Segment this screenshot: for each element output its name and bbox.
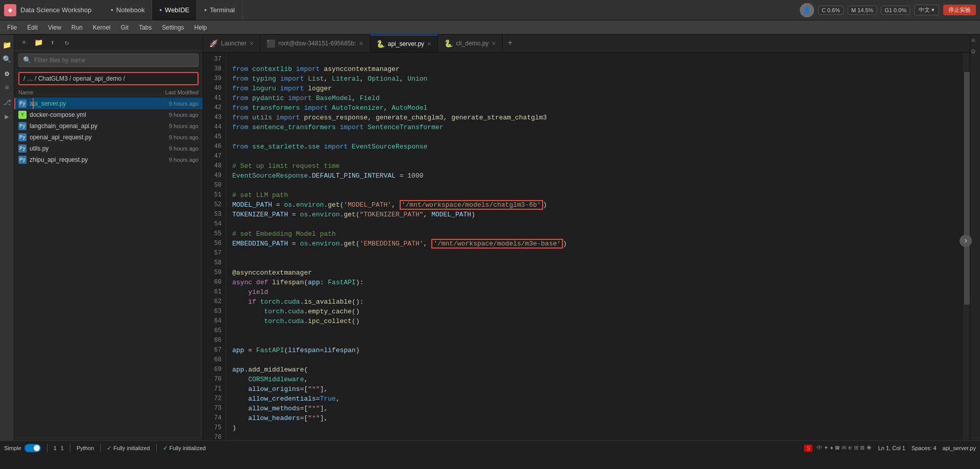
file-name-langchain: langchain_openai_api.py xyxy=(30,122,148,130)
menu-edit[interactable]: Edit xyxy=(22,20,43,34)
code-line-38: from contextlib import asynccontextmanag… xyxy=(232,64,964,74)
code-line-40: from loguru import logger xyxy=(232,84,964,93)
tab-cli-demo-label: cli_demo.py xyxy=(456,40,488,47)
code-line-62: if torch.cuda.is_available(): xyxy=(232,297,964,307)
helper-button[interactable]: › xyxy=(960,235,972,247)
activity-search[interactable]: 🔍 xyxy=(1,53,13,65)
file-date-api-server: 9 hours ago xyxy=(148,101,199,107)
code-line-69: app.add_middleware( xyxy=(232,365,964,375)
separator-3 xyxy=(100,444,101,452)
file-item-api-server[interactable]: Py api_server.py 9 hours ago xyxy=(14,98,203,109)
code-line-39: from typing import List, Literal, Option… xyxy=(232,74,964,84)
bottom-toolbar: Simple 1 1 Python ✓ Fully initialized ✓ … xyxy=(0,440,980,455)
code-line-63: torch.cuda.empty_cache() xyxy=(232,307,964,316)
code-line-42: from transformers import AutoTokenizer, … xyxy=(232,103,964,113)
code-line-76 xyxy=(232,433,964,440)
code-content[interactable]: from contextlib import asynccontextmanag… xyxy=(226,53,964,440)
code-line-51: # set LLM path xyxy=(232,190,964,200)
code-line-57 xyxy=(232,249,964,258)
code-line-44: from sentence_transformers import Senten… xyxy=(232,122,964,132)
tab-notebook[interactable]: ▪ Notebook xyxy=(104,0,152,20)
search-input[interactable] xyxy=(34,57,194,64)
initialized-stat-2: ✓ Fully initialized xyxy=(163,445,206,452)
right-icon-2[interactable]: ⚙ xyxy=(971,47,979,55)
line-number-stat: 1 xyxy=(54,445,57,451)
simple-mode-section: Simple xyxy=(4,444,41,452)
menu-settings[interactable]: Settings xyxy=(157,20,189,34)
code-line-41: from pydantic import BaseModel, Field xyxy=(232,93,964,103)
stop-experiment-button[interactable]: 停止实验 xyxy=(943,5,976,15)
tab-launcher[interactable]: 🚀 Launcher × xyxy=(203,35,260,52)
col-number-value: 1 xyxy=(61,445,64,451)
code-line-71: allow_origins=["*"], xyxy=(232,384,964,394)
path-breadcrumb[interactable]: / … / ChatGLM3 / openai_api_demo / xyxy=(18,72,199,85)
tab-webide[interactable]: ▪ WebIDE xyxy=(152,0,197,20)
simple-label: Simple xyxy=(4,445,21,451)
code-line-49: EventSourceResponse.DEFAULT_PING_INTERVA… xyxy=(232,171,964,181)
activity-run[interactable]: ▶ xyxy=(1,110,13,122)
refresh-button[interactable]: ↻ xyxy=(61,37,72,48)
separator-4 xyxy=(156,444,157,452)
file-item-docker-compose[interactable]: Y docker-compose.yml 9 hours ago xyxy=(14,109,203,120)
tab-launcher-label: Launcher xyxy=(221,40,247,47)
search-icon: 🔍 xyxy=(23,56,31,64)
file-type-stat: api_server.py xyxy=(943,445,976,451)
file-item-langchain[interactable]: Py langchain_openai_api.py 9 hours ago xyxy=(14,120,203,132)
modified-column-header: Last Modified xyxy=(148,89,199,95)
tab-terminal-label: root@dsw-348151-695685b: xyxy=(278,40,356,47)
activity-extensions[interactable]: ⚙ xyxy=(1,67,13,80)
bottom-right: S 中 ✦ ♦ ☎ ✉ ⊕ ⊞ ⊠ ◈ Ln 1, Col 1 Spaces: … xyxy=(804,444,976,452)
menu-view[interactable]: View xyxy=(43,20,66,34)
tab-terminal-close[interactable]: × xyxy=(359,39,363,47)
menu-help[interactable]: Help xyxy=(189,20,212,34)
code-line-73: allow_methods=["*"], xyxy=(232,404,964,413)
new-file-button[interactable]: + xyxy=(18,37,30,48)
activity-git[interactable]: ⎇ xyxy=(1,96,13,108)
check-icon-2: ✓ xyxy=(163,445,168,452)
tab-cli-demo[interactable]: 🐍 cli_demo.py × xyxy=(438,35,502,52)
simple-mode-toggle[interactable] xyxy=(24,444,41,452)
menu-git[interactable]: Git xyxy=(116,20,134,34)
tab-launcher-close[interactable]: × xyxy=(250,39,254,47)
csdn-area: S 中 ✦ ♦ ☎ ✉ ⊕ ⊞ ⊠ ◈ xyxy=(804,444,872,452)
file-item-openai-request[interactable]: Py openai_api_request.py 9 hours ago xyxy=(14,132,203,143)
search-bar[interactable]: 🔍 xyxy=(18,54,199,67)
python-file-icon: Py xyxy=(18,100,27,108)
activity-explorer[interactable]: 📁 xyxy=(1,39,13,51)
csdn-badge: S xyxy=(804,445,813,452)
tab-terminal[interactable]: ▪ Terminal xyxy=(197,0,242,20)
python-label: Python xyxy=(77,445,94,451)
activity-debug[interactable]: ≡ xyxy=(1,82,13,94)
menu-run[interactable]: Run xyxy=(66,20,88,34)
spaces-stat: Spaces: 4 xyxy=(912,445,937,451)
menu-file[interactable]: File xyxy=(2,20,22,34)
menu-kernel[interactable]: Kernel xyxy=(88,20,116,34)
upload-button[interactable]: ⬆ xyxy=(47,37,58,48)
python-file-icon-or: Py xyxy=(18,133,27,141)
file-item-utils[interactable]: Py utils.py 9 hours ago xyxy=(14,143,203,154)
minimap-thumb xyxy=(964,72,970,305)
memory-stat: M 14.5% xyxy=(848,6,877,15)
tab-api-server-close[interactable]: × xyxy=(427,40,431,48)
tab-cli-demo-close[interactable]: × xyxy=(492,39,496,47)
tab-terminal-session[interactable]: ⬛ root@dsw-348151-695685b: × xyxy=(260,35,370,52)
file-date-langchain: 9 hours ago xyxy=(148,123,199,129)
code-line-59: @asynccontextmanager xyxy=(232,268,964,278)
python-kernel-stat[interactable]: Python xyxy=(77,445,94,451)
right-icon-1[interactable]: ≡ xyxy=(971,37,979,45)
language-button[interactable]: 中文 ▾ xyxy=(914,5,939,15)
menubar: File Edit View Run Kernel Git Tabs Setti… xyxy=(0,20,980,35)
new-folder-button[interactable]: 📁 xyxy=(33,37,44,48)
toggle-knob xyxy=(34,445,40,451)
line-numbers: 37 38 39 40 41 42 43 44 45 46 47 48 49 5… xyxy=(203,53,226,440)
menu-tabs[interactable]: Tabs xyxy=(134,20,157,34)
new-tab-button[interactable]: + xyxy=(503,35,518,53)
file-date-zhipu: 9 hours ago xyxy=(148,157,199,163)
file-name-openai-request: openai_api_request.py xyxy=(30,134,148,141)
tab-api-server[interactable]: 🐍 api_server.py × xyxy=(370,35,438,52)
code-line-43: from utils import process_response, gene… xyxy=(232,113,964,122)
code-line-75: ) xyxy=(232,423,964,433)
code-line-45 xyxy=(232,132,964,142)
file-item-zhipu[interactable]: Py zhipu_api_request.py 9 hours ago xyxy=(14,154,203,165)
tab-api-server-label: api_server.py xyxy=(388,40,424,47)
